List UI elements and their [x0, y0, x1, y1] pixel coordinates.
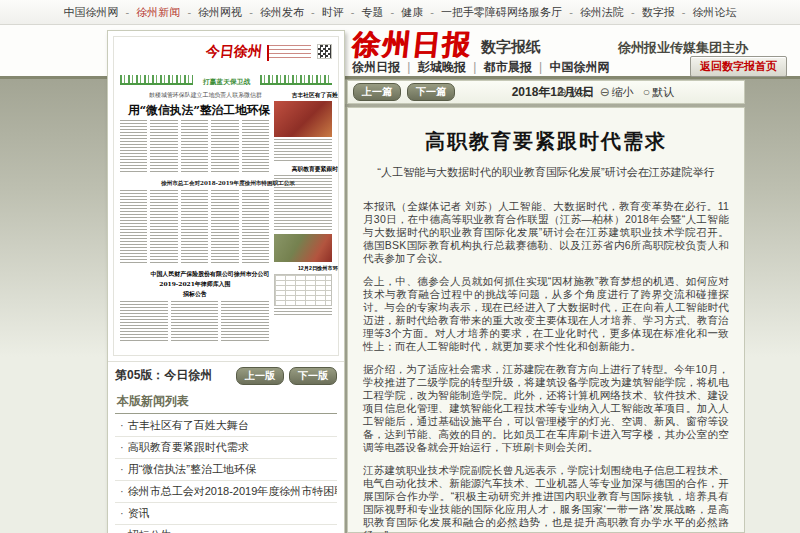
thumbnail-green-banner: 打赢蓝天保卫战: [120, 70, 332, 85]
nav-separator: -: [187, 6, 191, 18]
qr-code-icon: [317, 44, 332, 59]
thumbnail-name-list-columns: [120, 190, 269, 264]
paper-separator: |: [539, 60, 542, 74]
site-logo[interactable]: 徐州日报 数字报纸: [352, 31, 541, 59]
thumbnail-main-column: 鼓楼城管环保队建立工地负责人联系微信群 用“微信执法”整治工地环保 徐州市总工会…: [120, 89, 269, 343]
top-nav-link[interactable]: 徐州论坛: [692, 6, 736, 18]
news-list-item[interactable]: ·徐州市总工会对2018-2019年度徐州市特困职工公示: [115, 481, 337, 503]
article-paragraph: 江苏建筑职业技术学院副院长曾凡远表示，学院计划围绕电子信息工程技术、电气自动化技…: [363, 464, 729, 533]
thumbnail-right-headline-2: 高职教育要紧跟时代需求: [274, 163, 332, 173]
zoom-in-icon: ⊕: [557, 85, 567, 99]
thumbnail-right-text: [274, 308, 332, 317]
thumbnail-masthead-title: 今日徐州: [205, 43, 263, 61]
banner-slogan: 打赢蓝天保卫战: [201, 78, 251, 86]
top-nav: 中国徐州网 - 徐州新闻 - 徐州网视 - 徐州发布 - 时评 - 专题 - 健…: [0, 0, 800, 25]
sponsor-text: 徐州报业传媒集团主办: [618, 39, 748, 57]
paper-subnav: 徐州日报 | 彭城晚报 | 都市晨报 | 中国徐州网: [352, 59, 609, 76]
news-list-title: 本版新闻列表: [115, 389, 337, 414]
top-nav-link[interactable]: 徐州法院: [580, 6, 624, 18]
paper-link[interactable]: 中国徐州网: [549, 60, 609, 74]
article-paragraph: 会上，中、德参会人员就如何抓住实现“因材施教”教育梦想的机遇、如何应对技术与教育…: [363, 275, 729, 353]
bullet: ·: [120, 507, 124, 519]
article-panel: 高职教育要紧跟时代需求 “人工智能与大数据时代的职业教育国际化发展”研讨会在江苏…: [347, 107, 745, 533]
logo-suffix-text: 数字报纸: [481, 38, 541, 59]
paper-separator: |: [473, 60, 476, 74]
top-nav-link[interactable]: 时评: [322, 6, 344, 18]
thumbnail-masthead: 今日徐州: [120, 43, 332, 65]
thumbnail-right-column: 吉丰社区有了百姓大舞台 高职教育要紧跟时代需求 12月2日徐州市环境空气质量: [274, 89, 332, 343]
thumbnail-ad-title: 中国人民财产保险股份有限公司徐州市分公司 2019-2021年律师库入围 招标公…: [120, 268, 269, 298]
thumbnail-kicker: 鼓楼城管环保队建立工地负责人联系微信群: [120, 89, 269, 99]
next-page-button[interactable]: 下一版: [289, 367, 337, 385]
article-subtitle: “人工智能与大数据时代的职业教育国际化发展”研讨会在江苏建院举行: [348, 165, 744, 180]
nav-separator: -: [351, 6, 355, 18]
zoom-reset-icon: ○: [643, 85, 650, 99]
thumbnail-photo-2: [274, 234, 332, 262]
news-list-item[interactable]: ·古丰社区有了百姓大舞台: [115, 415, 337, 437]
paper-link[interactable]: 都市晨报: [484, 60, 532, 74]
news-list-item[interactable]: ·资讯: [115, 503, 337, 525]
next-article-button[interactable]: 下一篇: [407, 83, 455, 101]
newspaper-page-thumbnail[interactable]: 今日徐州 打赢蓝天保卫战 鼓楼城管环保队建立工地负责人联系微信群 用“微信执法”…: [113, 36, 339, 356]
back-to-home-button[interactable]: 返回数字报首页: [690, 56, 787, 77]
thumbnail-air-quality-title: 12月2日徐州市环境空气质量: [274, 262, 332, 272]
nav-separator: -: [126, 6, 130, 18]
top-nav-link[interactable]: 专题: [362, 6, 384, 18]
paper-separator: |: [407, 60, 410, 74]
zoom-out-button[interactable]: ⊖缩小: [600, 85, 634, 100]
thumbnail-text-columns: [120, 120, 269, 174]
article-title: 高职教育要紧跟时代需求: [348, 128, 744, 155]
nav-separator: -: [249, 6, 253, 18]
bullet: ·: [120, 463, 124, 475]
thumbnail-air-quality-table: [274, 274, 332, 306]
prev-page-button[interactable]: 上一版: [236, 367, 284, 385]
news-list-item[interactable]: ·用“微信执法”整治工地环保: [115, 459, 337, 481]
edition-bar: 第05版：今日徐州 上一版 下一版: [108, 361, 344, 389]
nav-separator: -: [631, 6, 635, 18]
top-nav-link[interactable]: 健康: [401, 6, 423, 18]
nav-separator: -: [311, 6, 315, 18]
edition-label: 第05版：今日徐州: [115, 367, 212, 384]
thumbnail-photo: [274, 101, 332, 137]
nav-separator: -: [569, 6, 573, 18]
thumbnail-ad-text-columns: [120, 301, 269, 343]
paper-link[interactable]: 徐州日报: [352, 60, 400, 74]
bullet: ·: [120, 419, 124, 431]
top-nav-link[interactable]: 徐州发布: [260, 6, 304, 18]
top-nav-link[interactable]: 数字报: [642, 6, 675, 18]
left-panel: 今日徐州 打赢蓝天保卫战 鼓楼城管环保队建立工地负责人联系微信群 用“微信执法”…: [107, 30, 345, 533]
thumbnail-mid-headline: 徐州市总工会对2018-2019年度徐州市特困职工公示: [120, 177, 269, 187]
zoom-reset-button[interactable]: ○默认: [643, 85, 674, 100]
thumbnail-right-headline-1: 吉丰社区有了百姓大舞台: [274, 89, 332, 99]
nav-separator: -: [430, 6, 434, 18]
bullet: ·: [120, 529, 124, 533]
nav-separator: -: [682, 6, 686, 18]
nav-separator: -: [391, 6, 395, 18]
top-nav-link[interactable]: 徐州网视: [198, 6, 242, 18]
thumbnail-headline: 用“微信执法”整治工地环保: [120, 101, 269, 117]
news-list: ·古丰社区有了百姓大舞台 ·高职教育要紧跟时代需求 ·用“微信执法”整治工地环保…: [115, 415, 337, 533]
top-nav-link[interactable]: 一把手零障碍网络服务厅: [441, 6, 562, 18]
news-list-item[interactable]: ·招标公告: [115, 525, 337, 533]
top-nav-link[interactable]: 中国徐州网: [64, 6, 119, 18]
skyline-graphic-left: [120, 75, 193, 85]
article-body: 本报讯（全媒体记者 刘苏）人工智能、大数据时代，教育变革势在必行。11月30日，…: [363, 200, 729, 533]
news-list-item[interactable]: ·高职教育要紧跟时代需求: [115, 437, 337, 459]
article-paragraph: 本报讯（全媒体记者 刘苏）人工智能、大数据时代，教育变革势在必行。11月30日，…: [363, 200, 729, 265]
zoom-in-button[interactable]: ⊕放大: [557, 85, 591, 100]
logo-calligraphy-text: 徐州日报: [351, 31, 474, 59]
paper-link[interactable]: 彭城晚报: [418, 60, 466, 74]
article-toolbar: 上一篇 下一篇 2018年12月4日 ⊕放大 ⊖缩小 ○默认: [347, 80, 745, 104]
zoom-out-icon: ⊖: [600, 85, 610, 99]
thumbnail-right-text: [274, 139, 332, 163]
thumbnail-edition-info-block: [267, 45, 311, 61]
article-paragraph: 据介绍，为了适应社会需求，江苏建院在教育方向上进行了转型。今年10月，学校推进了…: [363, 363, 729, 454]
zoom-controls: ⊕放大 ⊖缩小 ○默认: [557, 81, 674, 103]
bullet: ·: [120, 485, 124, 497]
page: 中国徐州网 - 徐州新闻 - 徐州网视 - 徐州发布 - 时评 - 专题 - 健…: [0, 0, 800, 533]
skyline-graphic-right: [260, 75, 333, 85]
bullet: ·: [120, 441, 124, 453]
top-nav-link-active[interactable]: 徐州新闻: [136, 6, 180, 18]
prev-article-button[interactable]: 上一篇: [353, 83, 401, 101]
